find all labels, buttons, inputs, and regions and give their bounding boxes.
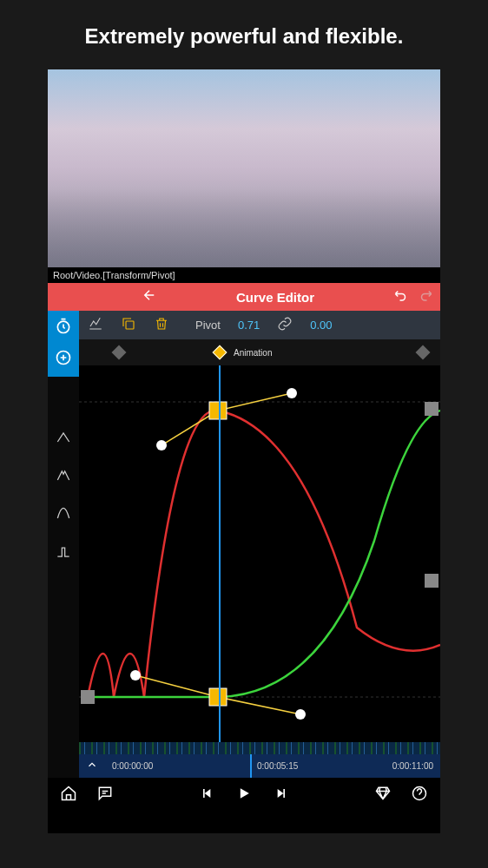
chevron-up-icon[interactable] [86,759,98,773]
pivot-label: Pivot [195,319,221,332]
svg-rect-15 [425,402,439,416]
svg-line-8 [218,697,300,714]
svg-line-7 [135,675,218,697]
svg-rect-16 [425,574,439,588]
diamond-icon[interactable] [374,785,392,806]
play-icon[interactable] [235,785,253,806]
svg-point-11 [130,670,141,681]
svg-line-6 [218,393,292,411]
breadcrumb: Root/Video.[Transform/Pivot] [48,267,440,283]
link-icon[interactable] [277,316,293,334]
svg-point-12 [295,709,306,720]
keyframe-strip[interactable]: Animation [79,339,440,365]
comment-icon[interactable] [96,785,114,806]
curve-toolbar: Pivot 0.71 0.00 [79,311,440,339]
left-rail [48,311,79,778]
back-icon[interactable] [142,287,157,306]
trash-icon[interactable] [154,316,169,334]
timeline[interactable]: 0:00:00:00 0:00:05:15 0:00:11:00 [79,754,440,778]
link-value[interactable]: 0.00 [310,319,332,332]
promo-headline: Extremely powerful and flexible. [0,0,488,69]
keyframe-marker-active[interactable] [213,345,228,360]
curve-peak-icon[interactable] [55,467,72,488]
timecode-current: 0:00:05:15 [257,761,298,771]
editor-title: Curve Editor [166,290,385,305]
keyframe-marker[interactable] [416,345,431,360]
svg-point-10 [287,388,297,398]
redo-icon[interactable] [418,287,433,306]
step-back-icon[interactable] [199,785,216,806]
pivot-value[interactable]: 0.71 [238,319,260,332]
help-icon[interactable] [411,785,428,806]
svg-rect-17 [81,690,95,704]
timer-icon[interactable] [55,318,72,339]
svg-point-9 [156,440,167,450]
graph-icon[interactable] [88,316,103,334]
svg-rect-14 [209,688,227,706]
add-icon[interactable] [55,349,72,370]
curve-linear-icon[interactable] [55,429,72,450]
timecode-start: 0:00:00:00 [112,761,153,771]
curve-graph[interactable] [79,365,440,742]
curve-ease-icon[interactable] [55,505,72,526]
bottom-bar [48,778,440,812]
editor-header: Curve Editor [48,283,440,311]
svg-rect-13 [209,402,227,419]
undo-icon[interactable] [393,287,409,306]
app-frame: Root/Video.[Transform/Pivot] Curve Edito… [48,69,440,833]
svg-rect-2 [126,321,134,329]
video-preview[interactable] [48,69,440,267]
keyframe-marker[interactable] [112,345,127,360]
timecode-end: 0:00:11:00 [392,761,433,771]
audio-waveform[interactable] [79,742,440,754]
copy-icon[interactable] [121,316,136,334]
curve-step-icon[interactable] [55,543,72,564]
step-forward-icon[interactable] [272,785,289,806]
home-icon[interactable] [60,785,77,806]
keyframe-label: Animation [234,348,272,358]
curve-canvas[interactable] [79,365,440,742]
